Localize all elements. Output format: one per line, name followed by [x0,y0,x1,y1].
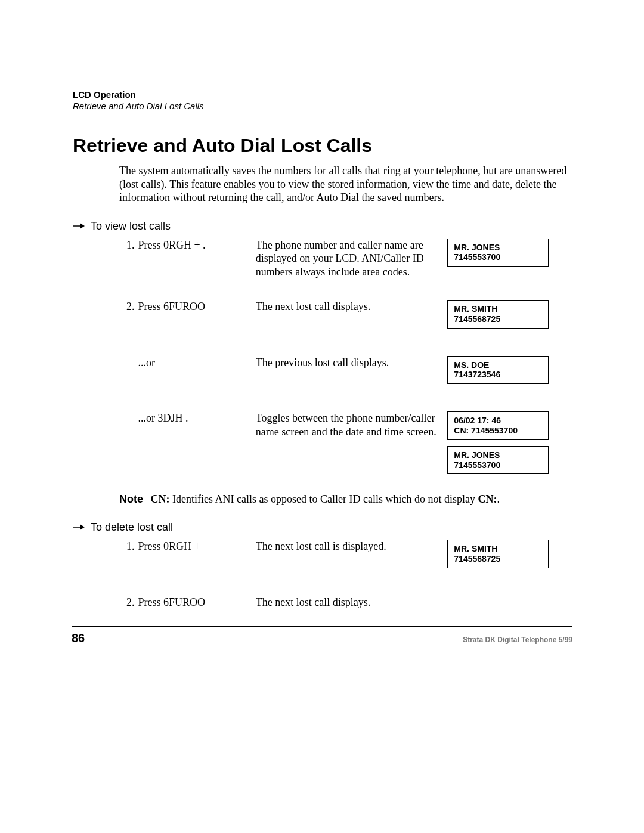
lcd-line-1: MR. JONES [454,243,542,253]
lcd-line-1: MR. JONES [454,450,542,460]
lcd-line-2: 7145553700 [454,460,542,470]
lcd-display: MR. JONES 7145553700 [447,239,549,267]
step-action: Press 6FUROO [138,596,247,618]
lcd-cell: 06/02 17: 46 CN: 7145553700 MR. JONES 71… [447,411,572,488]
svg-marker-3 [80,524,85,530]
lcd-display: MS. DOE 7143723546 [447,356,549,385]
step-number: 1. [119,239,138,301]
subhead-view-lost-calls: To view lost calls [73,220,574,233]
note: Note CN: Identifies ANI calls as opposed… [119,493,574,506]
steps-table-view: 1. Press 0RGH + . The phone number and c… [119,239,572,489]
note-body: Identifies ANI calls as opposed to Calle… [170,493,478,505]
arrow-icon [73,521,86,534]
lcd-line-1: MR. SMITH [454,544,542,554]
step-action: Press 0RGH + . [138,239,247,301]
lcd-cell: MR. JONES 7145553700 [447,239,572,301]
arrow-icon [73,220,86,233]
note-cn1: CN: [151,493,170,505]
step-description: Toggles between the phone number/caller … [247,411,447,488]
lcd-line-2: 7145553700 [454,252,542,262]
lcd-line-1: MR. SMITH [454,304,542,314]
lcd-cell: MR. SMITH 7145568725 [447,540,572,596]
steps-table-delete: 1. Press 0RGH + The next lost call is di… [119,540,572,617]
step-action: ...or [138,356,247,412]
step-description: The previous lost call displays. [247,356,447,412]
lcd-display: MR. JONES 7145553700 [447,446,549,475]
footer-right: Strata DK Digital Telephone 5/99 [463,636,572,644]
lcd-line-2: CN: 7145553700 [454,426,542,436]
step-number [119,411,138,488]
step-description: The phone number and caller name are dis… [247,239,447,301]
lcd-line-2: 7143723546 [454,370,542,380]
lcd-line-2: 7145568725 [454,314,542,324]
lcd-line-1: MS. DOE [454,360,542,370]
table-row: 1. Press 0RGH + . The phone number and c… [119,239,572,301]
header-section: Retrieve and Auto Dial Lost Calls [73,101,574,111]
header-chapter: LCD Operation [73,89,574,100]
table-row: 1. Press 0RGH + The next lost call is di… [119,540,572,596]
step-action: Press 6FUROO [138,300,247,356]
table-row: ...or 3DJH . Toggles between the phone n… [119,411,572,488]
lcd-display: MR. SMITH 7145568725 [447,540,549,568]
lcd-line-2: 7145568725 [454,554,542,564]
page-footer: 86 Strata DK Digital Telephone 5/99 [72,626,572,645]
step-action: Press 0RGH + [138,540,247,596]
step-number: 2. [119,300,138,356]
svg-marker-1 [80,223,85,229]
subhead-text: To view lost calls [91,220,171,233]
lcd-display: MR. SMITH 7145568725 [447,300,549,329]
table-row: 2. Press 6FUROO The next lost call displ… [119,596,572,618]
step-description: The next lost call is displayed. [247,540,447,596]
lcd-line-1: 06/02 17: 46 [454,416,542,426]
step-number: 1. [119,540,138,596]
table-row: ...or The previous lost call displays. M… [119,356,572,412]
lcd-cell: MR. SMITH 7145568725 [447,300,572,356]
note-label: Note [119,493,148,506]
subhead-delete-lost-call: To delete lost call [73,521,574,534]
note-cn2: CN: [478,493,497,505]
step-description: The next lost call displays. [247,596,447,618]
step-action: ...or 3DJH . [138,411,247,488]
step-number [119,356,138,412]
lcd-cell [447,596,572,618]
lcd-display: 06/02 17: 46 CN: 7145553700 [447,411,549,440]
page-title: Retrieve and Auto Dial Lost Calls [73,135,574,157]
subhead-text: To delete lost call [91,521,173,534]
page: LCD Operation Retrieve and Auto Dial Los… [0,0,644,833]
lcd-cell: MS. DOE 7143723546 [447,356,572,412]
page-number: 86 [72,631,85,645]
intro-paragraph: The system automatically saves the numbe… [119,164,574,205]
table-row: 2. Press 6FUROO The next lost call displ… [119,300,572,356]
step-description: The next lost call displays. [247,300,447,356]
step-number: 2. [119,596,138,618]
